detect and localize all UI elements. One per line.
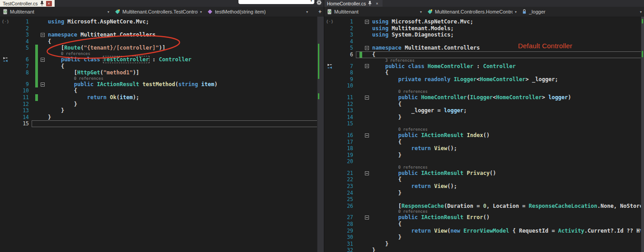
line-number[interactable]: 8: [335, 69, 356, 76]
member-dropdown[interactable]: _logger ▾: [519, 7, 644, 17]
line-number[interactable]: 11: [335, 94, 356, 101]
line-number[interactable]: 13: [11, 107, 32, 114]
code-text[interactable]: [47, 25, 48, 32]
line-number[interactable]: 5: [11, 45, 32, 51]
code-line[interactable]: 23 return View();: [324, 183, 641, 190]
code-text[interactable]: return View();: [371, 145, 457, 152]
code-text[interactable]: }: [371, 152, 401, 159]
code-text[interactable]: [371, 196, 372, 203]
code-text[interactable]: public class TestController : Controller: [47, 56, 191, 63]
code-text[interactable]: {: [371, 101, 401, 108]
line-number[interactable]: 6: [11, 56, 32, 63]
codelens-text[interactable]: 3 references: [371, 58, 415, 63]
code-line[interactable]: 31 }: [324, 241, 641, 247]
code-text[interactable]: {: [371, 69, 388, 76]
code-text[interactable]: }: [371, 234, 401, 241]
code-line[interactable]: 11 public HomeController(ILogger<HomeCon…: [324, 94, 641, 101]
code-line[interactable]: 8 {: [324, 69, 641, 76]
line-number[interactable]: 30: [335, 234, 356, 241]
codelens-text[interactable]: 0 references: [371, 127, 428, 132]
code-line[interactable]: 15: [0, 120, 317, 127]
code-text[interactable]: using Microsoft.AspNetCore.Mvc;: [47, 18, 149, 25]
line-number[interactable]: 28: [335, 221, 356, 228]
line-number[interactable]: 17: [335, 139, 356, 146]
close-icon[interactable]: ×: [46, 1, 52, 6]
code-line[interactable]: 4{: [0, 38, 317, 45]
line-number[interactable]: 2: [335, 25, 356, 32]
project-dropdown[interactable]: Multitenant ▾: [324, 7, 425, 17]
code-text[interactable]: public class HomeController : Controller: [371, 63, 516, 70]
code-text[interactable]: {: [371, 51, 375, 58]
code-text[interactable]: [371, 120, 372, 127]
code-line[interactable]: 5 [Route("{tenant}/[controller]")]: [0, 45, 317, 51]
codelens-text[interactable]: 0 references: [47, 76, 103, 81]
fold-collapse-icon[interactable]: [365, 64, 369, 68]
code-line[interactable]: 9 private readonly ILogger<HomeControlle…: [324, 76, 641, 83]
code-line[interactable]: 11 return Ok(item);: [0, 94, 317, 101]
code-line[interactable]: 12 }: [0, 101, 317, 108]
code-text[interactable]: public IActionResult Index(): [371, 132, 490, 139]
code-line[interactable]: 25: [324, 196, 641, 203]
pin-icon[interactable]: [368, 1, 372, 6]
line-number[interactable]: 15: [11, 120, 32, 127]
code-text[interactable]: public HomeController(ILogger<HomeContro…: [371, 94, 571, 101]
code-line[interactable]: 15: [324, 120, 641, 127]
code-line[interactable]: 18 return View();: [324, 145, 641, 152]
code-line[interactable]: 27 public IActionResult Error(): [324, 214, 641, 221]
fold-collapse-icon[interactable]: [365, 96, 369, 100]
tab-testcontroller[interactable]: TestController.cs ×: [0, 0, 55, 7]
code-text[interactable]: }: [47, 101, 77, 108]
line-number[interactable]: 26: [335, 203, 356, 210]
line-number[interactable]: 12: [335, 101, 356, 108]
line-number[interactable]: 5: [335, 45, 356, 51]
fold-collapse-icon[interactable]: [365, 215, 369, 220]
line-number[interactable]: 4: [335, 38, 356, 45]
code-line[interactable]: 30 }: [324, 234, 641, 241]
line-number[interactable]: 14: [11, 114, 32, 121]
code-text[interactable]: [371, 38, 372, 45]
line-number[interactable]: 20: [335, 158, 356, 165]
code-line[interactable]: 13 _logger = logger;: [324, 107, 641, 114]
code-line[interactable]: 20: [324, 158, 641, 165]
fold-collapse-icon[interactable]: [41, 33, 45, 37]
fold-collapse-icon[interactable]: [41, 58, 45, 62]
line-number[interactable]: 4: [11, 38, 32, 45]
line-number[interactable]: 10: [11, 87, 32, 94]
code-line[interactable]: 26 [ResponseCache(Duration = 0, Location…: [324, 203, 641, 210]
tab-homecontroller[interactable]: HomeController.cs ×: [324, 0, 383, 7]
code-line[interactable]: 7 public class HomeController : Controll…: [324, 63, 641, 70]
code-text[interactable]: }: [47, 114, 51, 121]
line-number[interactable]: 1: [11, 18, 32, 25]
line-number[interactable]: 3: [11, 32, 32, 38]
codelens-text[interactable]: 0 references: [371, 209, 428, 214]
margin-bookmark-icon[interactable]: [3, 57, 8, 62]
code-text[interactable]: public IActionResult Error(): [371, 214, 490, 221]
code-line[interactable]: 17 {: [324, 139, 641, 146]
margin-bookmark-icon[interactable]: [327, 64, 332, 69]
line-number[interactable]: 19: [335, 152, 356, 159]
line-number[interactable]: 13: [335, 107, 356, 114]
code-text[interactable]: using Microsoft.AspNetCore.Mvc;: [371, 18, 473, 25]
code-text[interactable]: {: [47, 63, 64, 70]
fold-collapse-icon[interactable]: [41, 82, 45, 87]
line-number[interactable]: 15: [335, 120, 356, 127]
code-line[interactable]: 19 }: [324, 152, 641, 159]
line-number[interactable]: 14: [335, 114, 356, 121]
fold-collapse-icon[interactable]: [365, 46, 369, 50]
member-dropdown[interactable]: testMethod(string item) ▾: [205, 7, 311, 17]
code-line[interactable]: 14 }: [324, 114, 641, 121]
code-line[interactable]: 9 public IActionResult testMethod(string…: [0, 81, 317, 88]
line-number[interactable]: 27: [335, 214, 356, 221]
line-number[interactable]: 7: [11, 63, 32, 70]
code-line[interactable]: 28 {: [324, 221, 641, 228]
floating-search-bar[interactable]: ▾: [238, 0, 314, 4]
line-number[interactable]: 7: [335, 63, 356, 70]
line-number[interactable]: 2: [11, 25, 32, 32]
code-text[interactable]: }: [371, 241, 388, 247]
code-text[interactable]: }: [371, 190, 401, 197]
code-text[interactable]: namespace Multitenant.Controllers: [47, 32, 155, 38]
code-line[interactable]: 24 }: [324, 190, 641, 197]
code-line[interactable]: 6{: [324, 51, 641, 58]
line-number[interactable]: 24: [335, 190, 356, 197]
code-text[interactable]: private readonly ILogger<HomeController>…: [371, 76, 558, 83]
